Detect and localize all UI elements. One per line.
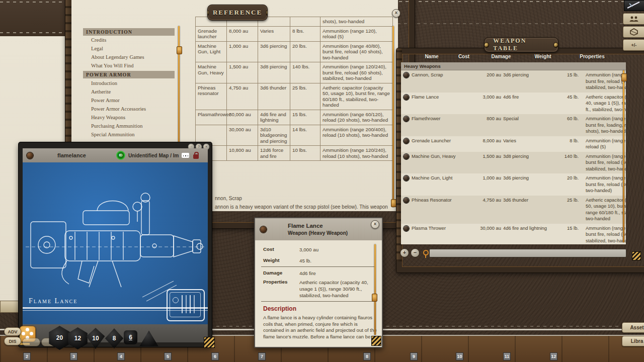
- weapon-damage: 3d8 piercing: [503, 153, 557, 160]
- weapon-properties: Aetheric capacitor (capacity 40, usage 1…: [586, 94, 626, 113]
- dice-tower-button[interactable]: [623, 26, 644, 38]
- weapon-properties: Ammunition (range 120/240), burst fire, …: [586, 225, 626, 244]
- popup-scrollbar-thumb[interactable]: [372, 294, 377, 302]
- close-icon[interactable]: ×: [392, 9, 400, 18]
- divider: [261, 266, 375, 267]
- weapon-cost: 3,000 au: [468, 94, 503, 101]
- weapon-row[interactable]: Phineas Resonator4,750 au3d6 thunder25 l…: [401, 196, 626, 224]
- assets-button[interactable]: Asset: [622, 322, 644, 333]
- cell-weight: 14 lbs.: [290, 125, 320, 146]
- popup-scrollbar[interactable]: [374, 244, 376, 335]
- nav-item-about-legendary-games[interactable]: About Legendary Games: [91, 54, 177, 61]
- advantage-button[interactable]: ADV: [4, 327, 21, 336]
- edit-list-button[interactable]: −: [411, 248, 420, 257]
- disadvantage-button[interactable]: DIS: [4, 337, 21, 345]
- weapon-weight: 20 lb.: [557, 175, 579, 182]
- d6-die[interactable]: 6: [124, 330, 137, 344]
- weapon-cost: 200 au: [468, 72, 503, 78]
- weapon-row[interactable]: Machine Gun, Light1,000 au3d6 piercing20…: [401, 173, 626, 196]
- hotkey-slot[interactable]: 12: [550, 352, 557, 360]
- field-value-weight: 45 lb.: [299, 257, 376, 264]
- weapon-properties: Aetheric capacitor (capacity 50, usage 1…: [586, 197, 626, 222]
- hotkey-slot[interactable]: 4: [117, 352, 125, 360]
- cell-props: shots), two-handed: [320, 17, 393, 27]
- weapon-table-scrollbar[interactable]: [623, 70, 624, 242]
- link-bullet-icon[interactable]: [404, 154, 409, 159]
- filter-input[interactable]: [429, 249, 626, 257]
- modifier-button[interactable]: [22, 338, 40, 346]
- hotkey-slot[interactable]: 6: [211, 352, 219, 360]
- cell-name: Phineas resonator: [196, 83, 227, 110]
- nav-item-aetherite[interactable]: Aetherite: [91, 88, 177, 96]
- nav-item-heavy-weapons[interactable]: Heavy Weapons: [91, 114, 177, 121]
- weapon-row[interactable]: Grenade Launcher8,000 auVaries8 lb.Ammun…: [401, 136, 626, 152]
- image-window-titlebar[interactable]: flamelance ID Unidentified Map / Im: [23, 148, 208, 162]
- cell-name: Grenade launcher: [196, 26, 227, 41]
- popup-subtitle: Weapon (Heavy Weapon): [288, 230, 348, 236]
- nav-item-power-armor-accessories[interactable]: Power Armor Accessories: [91, 106, 177, 113]
- blueprint-data-plate: [167, 289, 205, 321]
- weapon-row[interactable]: Flamethrower800 auSpecial60 lb.Ammunitio…: [401, 114, 626, 136]
- nav-item-credits[interactable]: Credits: [91, 37, 177, 44]
- modifiers-button[interactable]: +/-: [623, 39, 644, 51]
- teeth-icon[interactable]: [182, 153, 189, 158]
- reference-title-plate[interactable]: REFERENCE: [207, 5, 268, 21]
- link-bullet-icon[interactable]: [404, 116, 409, 122]
- weapon-cost: 1,000 au: [468, 175, 503, 182]
- weapon-table-resize-grip[interactable]: [632, 251, 641, 260]
- hotkey-slot[interactable]: 2: [23, 352, 31, 360]
- popup-resize-grip[interactable]: [371, 336, 381, 346]
- characters-button[interactable]: [623, 13, 644, 25]
- hotkey-slot[interactable]: 11: [503, 352, 511, 360]
- hotkey-slot[interactable]: 10: [456, 352, 463, 360]
- weapon-table-title-plate[interactable]: WEAPON TABLE: [484, 37, 558, 52]
- id-badge-icon[interactable]: ID: [116, 151, 125, 160]
- weapon-table-scrollbar-thumb[interactable]: [621, 73, 627, 81]
- weapon-properties: Ammunition (range 120/240), burst fire, …: [586, 153, 626, 172]
- hotkey-slot[interactable]: 8: [363, 352, 371, 360]
- popup-titlebar[interactable]: Flame Lance Weapon (Heavy Weapon): [255, 218, 382, 240]
- nav-item-introduction[interactable]: Introduction: [91, 80, 177, 87]
- link-bullet-icon[interactable]: [404, 198, 409, 203]
- reference-content-scrollbar-thumb[interactable]: [391, 199, 396, 207]
- hotkey-slot[interactable]: 9: [410, 352, 418, 360]
- field-value-damage: 4d6 fire: [299, 270, 376, 277]
- weapon-row[interactable]: Flame Lance3,000 au4d6 fire45 lb.Aetheri…: [401, 93, 626, 115]
- weapon-row[interactable]: Machine Gun, Heavy1,500 au3d8 piercing14…: [401, 152, 626, 174]
- cell-damage: 4d6 fire and lightning: [258, 110, 290, 125]
- weapon-weight: 15 lb.: [557, 72, 579, 78]
- weapon-damage: 4d6 fire: [503, 94, 557, 101]
- weapon-name: Flamethrower: [412, 116, 468, 122]
- hotkey-slot[interactable]: 7: [258, 352, 266, 360]
- image-window-resize-grip[interactable]: [204, 337, 215, 348]
- cell-weight: 10 lbs.: [290, 146, 320, 161]
- weapon-row[interactable]: Plasma Thrower30,000 au4d6 fire and ligh…: [401, 224, 626, 245]
- lock-icon[interactable]: [193, 154, 199, 159]
- grommet-icon: [208, 11, 208, 15]
- weapon-damage: 3d6 thunder: [503, 197, 557, 204]
- weapon-cost: 30,000 au: [468, 225, 503, 232]
- link-bullet-icon[interactable]: [404, 72, 409, 78]
- nav-scrollbar-thumb[interactable]: [177, 46, 182, 54]
- nav-item-purchasing-ammunition[interactable]: Purchasing Ammunition: [91, 123, 177, 130]
- hotkey-slot[interactable]: 5: [164, 352, 172, 360]
- nav-item-special-ammunition[interactable]: Special Ammunition: [91, 131, 177, 138]
- hotkey-slot[interactable]: 3: [70, 352, 77, 360]
- weapon-name: Phineas Resonator: [412, 197, 468, 204]
- blueprint-image[interactable]: Flame Lance: [23, 162, 208, 324]
- weapon-properties: Ammunition (range 120), reload (5): [586, 138, 626, 150]
- nav-item-power-armor[interactable]: Power Armor: [91, 97, 177, 104]
- pointer-tool-button[interactable]: [624, 0, 644, 11]
- link-bullet-icon[interactable]: [404, 138, 409, 144]
- nav-item-what-you-will-find[interactable]: What You Will Find: [91, 62, 177, 69]
- close-icon[interactable]: ×: [371, 220, 379, 229]
- rivet-icon: [27, 152, 33, 159]
- link-bullet-icon[interactable]: [404, 95, 409, 100]
- add-item-button[interactable]: +: [400, 248, 409, 257]
- link-bullet-icon[interactable]: [404, 175, 409, 181]
- nav-item-legal[interactable]: Legal: [91, 45, 177, 52]
- link-bullet-icon[interactable]: [404, 226, 409, 231]
- weapon-row[interactable]: Cannon, Scrap200 au3d6 piercing15 lb.Amm…: [401, 70, 626, 93]
- reference-content-scrollbar[interactable]: [392, 26, 394, 207]
- library-button[interactable]: Libra: [622, 336, 644, 346]
